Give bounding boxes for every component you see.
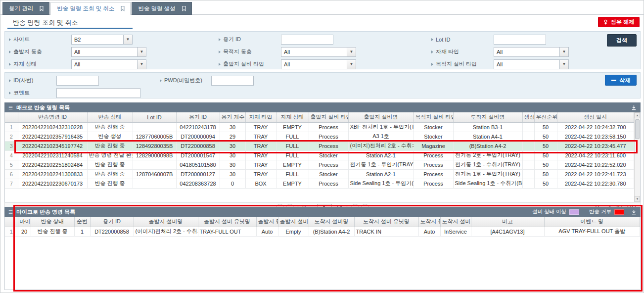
table-row[interactable]: 120반송 진행 중1DT220000858(이미지)전처리 2호 - 수취기T… xyxy=(5,227,640,236)
dropdown-arrow-icon[interactable]: ▼ xyxy=(347,60,356,69)
cell: 반송 진행 중 xyxy=(87,169,133,179)
filter-material-status: 자재 상태 All▼ xyxy=(9,59,219,70)
dst-equip-type-select[interactable]: All▼ xyxy=(494,59,569,69)
column-header[interactable]: 용기 개수 xyxy=(220,112,245,122)
column-header[interactable]: 이벤트 명 xyxy=(544,217,640,227)
cell: (이미지)전처리 2호 - 수취기 xyxy=(134,227,198,236)
table-row[interactable]: 620220422102241300833반송 진행 중12870460007B… xyxy=(5,169,634,179)
src-floor-select[interactable]: All▼ xyxy=(71,47,146,57)
column-header[interactable]: 도착지 동층 xyxy=(418,217,440,227)
cell: Station A2-1 xyxy=(348,150,414,160)
cell: 30 xyxy=(220,169,245,179)
column-header[interactable]: 출발지 설비명 xyxy=(348,112,414,122)
table-row[interactable]: 220220422102357916435반송 생성12877060005BDT… xyxy=(5,132,634,141)
cell: 반송 진행 중 xyxy=(87,179,133,188)
cell: AGV TRAY-FULL OUT 출발 xyxy=(544,227,640,236)
download-icon[interactable] xyxy=(631,105,637,110)
column-header[interactable]: 도착지 설비명 xyxy=(453,112,522,122)
micro-grid-body: 마이반송 상태순번용기 ID출발지 설비명출발지 설비 유닛명출발지 동층출발지… xyxy=(4,217,641,290)
column-header[interactable]: 출발지 설비 유닛명 xyxy=(198,217,256,227)
table-row[interactable]: 520220422102251802484반송 진행 중041805101580… xyxy=(5,160,634,169)
row-number: 4 xyxy=(5,150,18,160)
column-header[interactable]: Lot ID xyxy=(133,112,176,122)
column-header[interactable]: 출발지 설비명 xyxy=(134,217,198,227)
column-header[interactable]: 순번 xyxy=(74,217,90,227)
cell: Process xyxy=(309,160,348,169)
column-header[interactable]: 생성 일시 xyxy=(557,112,634,122)
bookmark-icon xyxy=(182,5,186,11)
column-header[interactable]: 출발지 설비 xyxy=(278,217,309,227)
dst-floor-select[interactable]: All▼ xyxy=(281,47,356,57)
release-occupancy-button[interactable]: 점유 해제 xyxy=(598,17,640,27)
table-row[interactable]: 120220422102432310228반송 진행 중042210243178… xyxy=(5,122,634,132)
cell: 12877060005B xyxy=(133,132,176,141)
cell: Stocker xyxy=(414,122,453,132)
employee-id-input[interactable] xyxy=(56,76,99,86)
column-header[interactable]: 마이 xyxy=(18,217,31,227)
column-header[interactable]: 반송 상태 xyxy=(87,112,133,122)
tab-transfer-query-cancel[interactable]: 반송 명령 조회 및 취소 xyxy=(50,2,131,15)
label-arrow-icon xyxy=(160,79,162,82)
column-header[interactable]: 목적지 설비 타입 xyxy=(414,112,453,122)
dropdown-arrow-icon[interactable]: ▼ xyxy=(137,48,146,56)
tab-container-management[interactable]: 용기 관리 xyxy=(2,2,49,15)
macro-table: 반송명령 ID반송 상태Lot ID용기 ID용기 개수자재 타입자재 상태출발… xyxy=(5,112,634,189)
dropdown-arrow-icon[interactable]: ▼ xyxy=(559,48,568,56)
column-header[interactable]: 도착지 설비 유닛명 xyxy=(354,217,418,227)
column-header-row: 마이반송 상태순번용기 ID출발지 설비명출발지 설비 유닛명출발지 동층출발지… xyxy=(5,217,640,227)
column-header[interactable]: 도착지 설비 xyxy=(440,217,471,227)
lot-id-input[interactable] xyxy=(494,35,546,45)
password-input[interactable] xyxy=(211,76,254,86)
site-select[interactable]: B2▼ xyxy=(71,35,133,45)
table-row[interactable]: 420220422102311240584반송 명령 전달 완료12829000… xyxy=(5,150,634,160)
column-header[interactable]: 자재 상태 xyxy=(276,112,309,122)
dropdown-arrow-icon[interactable]: ▼ xyxy=(123,35,132,44)
container-id-input[interactable] xyxy=(281,35,333,45)
table-row[interactable]: 320220422102345197742반송 진행 중12849280035B… xyxy=(5,141,634,150)
search-button[interactable]: 검색 xyxy=(607,34,637,47)
legend-reject-label: 반송 거부 xyxy=(589,208,611,215)
scroll-down-icon[interactable]: ▼ xyxy=(635,196,640,202)
macro-grid-title: 매크로 반송 명령 목록 xyxy=(16,104,70,111)
row-number: 6 xyxy=(5,169,18,179)
cell: 12849280035B xyxy=(133,141,176,150)
column-header[interactable]: 출발지 동층 xyxy=(256,217,278,227)
cell: 50 xyxy=(534,169,557,179)
column-header[interactable]: 용기 ID xyxy=(176,112,220,122)
column-header[interactable]: 도착지 설비명 xyxy=(309,217,354,227)
cell xyxy=(133,160,176,169)
column-header[interactable]: 생성자 xyxy=(522,112,534,122)
cell xyxy=(522,150,534,160)
dropdown-arrow-icon[interactable]: ▼ xyxy=(559,60,568,69)
material-status-select[interactable]: All▼ xyxy=(71,59,146,69)
column-header[interactable]: 반송 상태 xyxy=(31,217,74,227)
material-type-select[interactable]: All▼ xyxy=(494,47,569,57)
row-number: 3 xyxy=(5,141,18,150)
column-header[interactable]: 비고 xyxy=(471,217,544,227)
cell: TRAY xyxy=(245,141,276,150)
delete-button[interactable]: 삭제 xyxy=(605,75,637,86)
comment-input[interactable] xyxy=(56,88,140,98)
vertical-scrollbar[interactable]: ▲ ▼ xyxy=(634,112,640,202)
download-icon[interactable] xyxy=(631,209,637,215)
src-equip-type-select[interactable]: All▼ xyxy=(281,59,356,69)
column-header[interactable]: 반송명령 ID xyxy=(18,112,87,122)
cell: Empty xyxy=(278,227,309,236)
column-header[interactable]: 출발지 설비 타입 xyxy=(309,112,348,122)
column-header[interactable]: 우선순위 xyxy=(534,112,557,122)
dropdown-arrow-icon[interactable]: ▼ xyxy=(137,60,146,69)
cell: 50 xyxy=(534,160,557,169)
column-header[interactable]: 용기 ID xyxy=(90,217,134,227)
scroll-up-icon[interactable]: ▲ xyxy=(635,112,640,118)
page-title: 반송 명령 조회 및 취소 xyxy=(13,18,78,27)
field-id: ID(사번) xyxy=(9,76,160,86)
title-underline xyxy=(7,28,133,29)
table-row[interactable]: 720220422102230670173반송 진행 중042208363728… xyxy=(5,179,634,188)
dropdown-arrow-icon[interactable]: ▼ xyxy=(347,48,356,56)
cell: (B)Station A4-2 xyxy=(309,227,354,236)
scrollbar-thumb[interactable] xyxy=(635,119,640,139)
tab-transfer-create[interactable]: 반송 명령 생성 xyxy=(132,2,191,15)
row-number: 1 xyxy=(5,122,18,132)
cell: Side Sealing 1호 - 투입기(B xyxy=(348,179,414,188)
column-header[interactable]: 자재 타입 xyxy=(245,112,276,122)
